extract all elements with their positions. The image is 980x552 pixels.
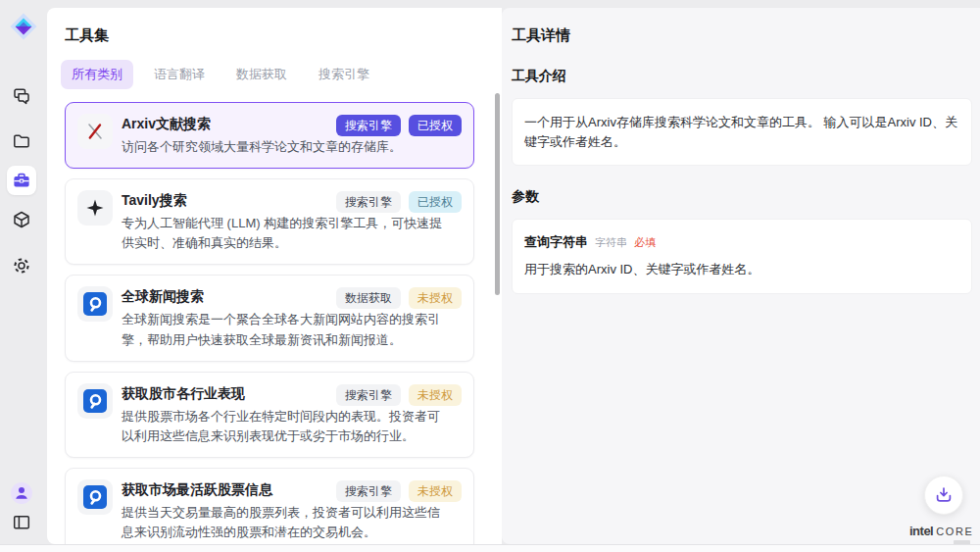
tool-card[interactable]: 全球新闻搜索 全球新闻搜索是一个聚合全球各大新闻网站内容的搜索引擎，帮助用户快速… bbox=[65, 275, 474, 361]
juhe-icon bbox=[77, 286, 113, 322]
folder-icon[interactable] bbox=[12, 131, 31, 151]
param-header: 查询字符串 字符串 必填 bbox=[524, 233, 959, 251]
tool-badges: 数据获取 未授权 bbox=[336, 287, 462, 309]
panel-toggle-icon[interactable] bbox=[12, 513, 31, 532]
brand-core: core bbox=[936, 526, 973, 537]
details-title: 工具详情 bbox=[512, 26, 972, 45]
intro-heading: 工具介绍 bbox=[512, 68, 972, 85]
category-tab[interactable]: 所有类别 bbox=[61, 60, 133, 89]
tool-card[interactable]: Tavily搜索 专为人工智能代理 (LLM) 构建的搜索引擎工具，可快速提供实… bbox=[65, 178, 474, 265]
tool-badges: 搜索引擎 未授权 bbox=[336, 384, 462, 406]
tool-badges: 搜索引擎 已授权 bbox=[336, 191, 462, 213]
user-avatar[interactable] bbox=[11, 482, 32, 504]
tool-details-panel: 工具详情 工具介绍 一个用于从Arxiv存储库搜索科学论文和文章的工具。 输入可… bbox=[502, 8, 980, 544]
tools-panel-title: 工具集 bbox=[47, 8, 502, 45]
param-card: 查询字符串 字符串 必填 用于搜索的Arxiv ID、关键字或作者姓名。 bbox=[512, 219, 972, 294]
tools-panel: 工具集 所有类别语言翻译数据获取搜索引擎 Arxiv文献搜索 访问各个研究领域大… bbox=[47, 8, 502, 544]
category-tab[interactable]: 数据获取 bbox=[225, 60, 298, 89]
auth-status-badge: 已授权 bbox=[409, 191, 462, 213]
tool-description: 提供股票市场各个行业在特定时间段内的表现。投资者可以利用这些信息来识别表现优于或… bbox=[122, 407, 449, 446]
tool-description: 提供当天交易量最高的股票列表，投资者可以利用这些信息来识别流动性强的股票和潜在的… bbox=[122, 503, 449, 542]
intel-core-logo: intelcore bbox=[909, 522, 972, 546]
intro-card: 一个用于从Arxiv存储库搜索科学论文和文章的工具。 输入可以是Arxiv ID… bbox=[512, 98, 972, 166]
category-tab[interactable]: 搜索引擎 bbox=[308, 60, 380, 89]
param-description: 用于搜索的Arxiv ID、关键字或作者姓名。 bbox=[524, 260, 959, 279]
category-badge: 搜索引擎 bbox=[336, 480, 401, 502]
tool-badges: 搜索引擎 未授权 bbox=[336, 480, 462, 502]
param-required-flag: 必填 bbox=[634, 235, 656, 250]
tool-description: 访问各个研究领域大量科学论文和文章的存储库。 bbox=[122, 137, 402, 157]
tool-badges: 搜索引擎 已授权 bbox=[336, 115, 462, 136]
auth-status-badge: 未授权 bbox=[409, 287, 462, 309]
auth-status-badge: 未授权 bbox=[409, 384, 462, 406]
brand-intel: intel bbox=[909, 524, 933, 538]
tool-description: 专为人工智能代理 (LLM) 构建的搜索引擎工具，可快速提供实时、准确和真实的结… bbox=[122, 214, 449, 253]
param-type: 字符串 bbox=[595, 235, 627, 250]
tool-list: Arxiv文献搜索 访问各个研究领域大量科学论文和文章的存储库。 搜索引擎 已授… bbox=[47, 89, 502, 544]
category-tabs: 所有类别语言翻译数据获取搜索引擎 bbox=[47, 45, 502, 89]
list-scrollbar[interactable] bbox=[495, 93, 500, 295]
category-badge: 数据获取 bbox=[336, 287, 401, 309]
category-badge: 搜索引擎 bbox=[336, 191, 401, 213]
chat-icon[interactable] bbox=[12, 86, 31, 106]
download-button[interactable] bbox=[924, 476, 963, 515]
toolbox-icon[interactable] bbox=[7, 166, 36, 195]
auth-status-badge: 已授权 bbox=[409, 115, 462, 136]
params-heading: 参数 bbox=[512, 188, 972, 206]
window-bottom-edge bbox=[0, 544, 980, 552]
tavily-icon bbox=[77, 190, 113, 226]
juhe-icon bbox=[77, 383, 113, 419]
tool-card[interactable]: Arxiv文献搜索 访问各个研究领域大量科学论文和文章的存储库。 搜索引擎 已授… bbox=[65, 102, 474, 169]
tool-description: 全球新闻搜索是一个聚合全球各大新闻网站内容的搜索引擎，帮助用户快速获取全球最新资… bbox=[122, 310, 449, 349]
category-badge: 搜索引擎 bbox=[336, 115, 401, 136]
juhe-icon bbox=[77, 479, 113, 515]
tool-card[interactable]: 获取股市各行业表现 提供股票市场各个行业在特定时间段内的表现。投资者可以利用这些… bbox=[65, 372, 474, 458]
category-badge: 搜索引擎 bbox=[336, 384, 401, 406]
intro-text: 一个用于从Arxiv存储库搜索科学论文和文章的工具。 输入可以是Arxiv ID… bbox=[524, 113, 959, 151]
arxiv-icon bbox=[77, 114, 113, 149]
tool-card[interactable]: 获取市场最活跃股票信息 提供当天交易量最高的股票列表，投资者可以利用这些信息来识… bbox=[65, 468, 474, 544]
download-icon bbox=[933, 484, 955, 506]
app-logo-icon bbox=[10, 13, 37, 40]
gear-icon[interactable] bbox=[12, 256, 31, 276]
left-sidebar bbox=[0, 0, 47, 544]
cube-icon[interactable] bbox=[12, 210, 31, 229]
category-tab[interactable]: 语言翻译 bbox=[143, 60, 216, 89]
param-name: 查询字符串 bbox=[524, 233, 588, 251]
auth-status-badge: 未授权 bbox=[409, 480, 462, 502]
